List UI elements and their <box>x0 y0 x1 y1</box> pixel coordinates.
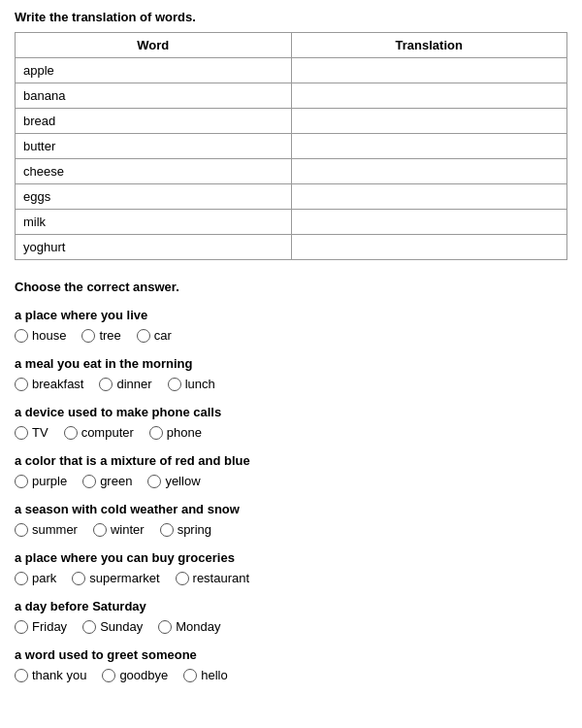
table-row: butter <box>16 134 567 159</box>
radio-icon-6-2[interactable] <box>158 620 172 634</box>
option-7-0[interactable]: thank you <box>15 668 86 682</box>
option-label-1-1: dinner <box>116 377 151 391</box>
option-2-0[interactable]: TV <box>15 425 48 440</box>
translation-table: Word Translation applebananabreadbutterc… <box>15 32 567 260</box>
question-title-3: a color that is a mixture of red and blu… <box>15 453 567 468</box>
option-label-6-0: Friday <box>32 619 67 634</box>
question-options-6: FridaySundayMonday <box>15 619 567 634</box>
table-cell-translation[interactable] <box>291 58 567 83</box>
table-cell-translation[interactable] <box>291 235 567 260</box>
option-label-4-2: spring <box>178 522 211 537</box>
option-3-1[interactable]: green <box>82 474 132 488</box>
table-cell-word: eggs <box>16 184 292 210</box>
radio-icon-7-0[interactable] <box>15 669 28 682</box>
table-cell-translation[interactable] <box>291 83 567 109</box>
option-label-7-2: hello <box>201 668 227 682</box>
question-title-2: a device used to make phone calls <box>15 405 567 419</box>
option-label-7-0: thank you <box>32 668 86 682</box>
option-0-0[interactable]: house <box>15 328 66 343</box>
option-3-2[interactable]: yellow <box>147 474 200 488</box>
option-6-1[interactable]: Sunday <box>82 619 143 634</box>
table-header-translation: Translation <box>291 33 567 58</box>
radio-icon-3-2[interactable] <box>147 475 161 488</box>
question-options-1: breakfastdinnerlunch <box>15 377 567 391</box>
radio-icon-1-2[interactable] <box>168 378 181 391</box>
radio-icon-2-2[interactable] <box>149 426 163 440</box>
option-0-1[interactable]: tree <box>81 328 120 343</box>
radio-icon-0-0[interactable] <box>15 329 28 343</box>
option-6-2[interactable]: Monday <box>158 619 220 634</box>
option-label-2-0: TV <box>32 425 48 440</box>
radio-icon-1-1[interactable] <box>99 378 113 391</box>
option-label-1-2: lunch <box>185 377 215 391</box>
table-row: banana <box>16 83 567 109</box>
option-5-1[interactable]: supermarket <box>72 571 159 585</box>
radio-icon-3-1[interactable] <box>82 475 96 488</box>
table-row: eggs <box>16 184 567 210</box>
radio-icon-4-2[interactable] <box>160 523 174 537</box>
option-1-2[interactable]: lunch <box>168 377 215 391</box>
option-0-2[interactable]: car <box>137 328 172 343</box>
radio-icon-7-2[interactable] <box>183 669 197 682</box>
question-title-4: a season with cold weather and snow <box>15 502 567 516</box>
option-4-0[interactable]: summer <box>15 522 78 537</box>
radio-icon-5-0[interactable] <box>15 572 28 585</box>
radio-icon-6-1[interactable] <box>82 620 96 634</box>
radio-icon-6-0[interactable] <box>15 620 28 634</box>
option-label-4-0: summer <box>32 522 78 537</box>
radio-icon-4-0[interactable] <box>15 523 28 537</box>
radio-icon-5-2[interactable] <box>176 572 189 585</box>
option-label-3-2: yellow <box>165 474 200 488</box>
option-1-1[interactable]: dinner <box>99 377 151 391</box>
option-5-2[interactable]: restaurant <box>176 571 250 585</box>
question-options-4: summerwinterspring <box>15 522 567 537</box>
radio-icon-0-1[interactable] <box>81 329 95 343</box>
option-7-1[interactable]: goodbye <box>102 668 168 682</box>
option-2-2[interactable]: phone <box>149 425 202 440</box>
option-7-2[interactable]: hello <box>183 668 227 682</box>
option-1-0[interactable]: breakfast <box>15 377 83 391</box>
radio-icon-4-1[interactable] <box>93 523 107 537</box>
option-5-0[interactable]: park <box>15 571 56 585</box>
option-label-5-0: park <box>32 571 56 585</box>
table-cell-word: apple <box>16 58 292 83</box>
radio-icon-2-1[interactable] <box>64 426 78 440</box>
option-label-7-1: goodbye <box>119 668 168 682</box>
question-options-2: TVcomputerphone <box>15 425 567 440</box>
table-cell-word: butter <box>16 134 292 159</box>
question-title-5: a place where you can buy groceries <box>15 550 567 565</box>
option-label-0-1: tree <box>99 328 120 343</box>
option-6-0[interactable]: Friday <box>15 619 67 634</box>
radio-icon-0-2[interactable] <box>137 329 150 343</box>
table-cell-translation[interactable] <box>291 159 567 184</box>
instruction2: Choose the correct answer. <box>15 280 567 294</box>
question-title-7: a word used to greet someone <box>15 647 567 662</box>
question-options-7: thank yougoodbyehello <box>15 668 567 682</box>
radio-icon-3-0[interactable] <box>15 475 28 488</box>
table-cell-translation[interactable] <box>291 134 567 159</box>
radio-icon-7-1[interactable] <box>102 669 115 682</box>
option-label-0-0: house <box>32 328 66 343</box>
table-row: apple <box>16 58 567 83</box>
option-4-2[interactable]: spring <box>160 522 211 537</box>
option-label-2-1: computer <box>81 425 134 440</box>
table-cell-translation[interactable] <box>291 109 567 134</box>
table-cell-translation[interactable] <box>291 184 567 210</box>
option-4-1[interactable]: winter <box>93 522 145 537</box>
option-label-6-2: Monday <box>176 619 220 634</box>
radio-icon-1-0[interactable] <box>15 378 28 391</box>
question-options-0: housetreecar <box>15 328 567 343</box>
table-cell-translation[interactable] <box>291 210 567 235</box>
table-row: bread <box>16 109 567 134</box>
table-cell-word: cheese <box>16 159 292 184</box>
radio-icon-2-0[interactable] <box>15 426 28 440</box>
option-2-1[interactable]: computer <box>64 425 134 440</box>
radio-icon-5-1[interactable] <box>72 572 85 585</box>
table-cell-word: bread <box>16 109 292 134</box>
question-title-1: a meal you eat in the morning <box>15 356 567 371</box>
option-label-3-0: purple <box>32 474 67 488</box>
option-label-6-1: Sunday <box>100 619 143 634</box>
question-title-0: a place where you live <box>15 308 567 322</box>
table-row: milk <box>16 210 567 235</box>
option-3-0[interactable]: purple <box>15 474 67 488</box>
